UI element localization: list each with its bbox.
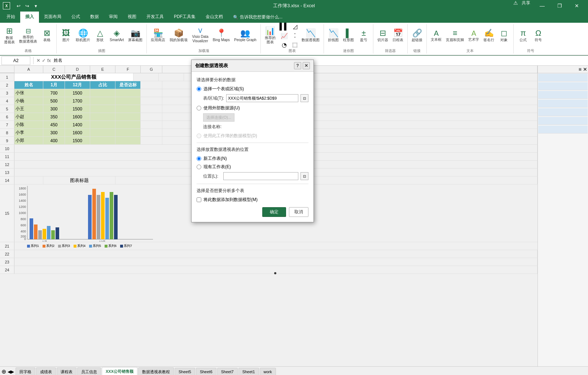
people-graph-button[interactable]: 👥 People Graph bbox=[232, 25, 258, 46]
bing-maps-button[interactable]: 📍 Bing Maps bbox=[211, 25, 232, 46]
tab-tianzige[interactable]: 田字格 bbox=[16, 367, 35, 375]
cell-d5[interactable]: 1500 bbox=[65, 105, 90, 113]
table-range-input[interactable] bbox=[226, 94, 298, 102]
cell-e3[interactable] bbox=[90, 89, 115, 97]
header-footer-button[interactable]: ≡ 页眉和页脚 bbox=[444, 25, 466, 46]
cell-d2[interactable]: 12月 bbox=[65, 81, 90, 89]
cell-d6[interactable]: 1600 bbox=[65, 113, 90, 121]
scroll-left-button[interactable]: ◀ bbox=[8, 369, 11, 374]
cell-f1[interactable] bbox=[159, 73, 184, 81]
cell-c7[interactable]: 450 bbox=[43, 121, 65, 128]
timeline-button[interactable]: 📅 日程表 bbox=[391, 25, 405, 46]
object-button[interactable]: ◻ 对象 bbox=[497, 25, 511, 46]
cell-d8[interactable]: 1600 bbox=[65, 129, 90, 136]
tab-sheet7[interactable]: Sheet7 bbox=[217, 368, 238, 375]
radio-existing-sheet[interactable] bbox=[197, 165, 201, 169]
picture-button[interactable]: 🖼 图片 bbox=[59, 25, 73, 46]
area-chart-button[interactable]: ◿ bbox=[291, 22, 299, 31]
cell-e4[interactable] bbox=[90, 97, 115, 105]
cell-c3[interactable]: 700 bbox=[43, 89, 65, 97]
symbol-button[interactable]: Ω 符号 bbox=[531, 25, 545, 46]
tab-wps[interactable]: 金山文档 bbox=[201, 12, 228, 23]
shape-button[interactable]: △ 形状 bbox=[93, 25, 107, 46]
signature-button[interactable]: ✍ 签名行 bbox=[482, 25, 496, 46]
cell-g6[interactable] bbox=[141, 113, 162, 121]
my-addins-button[interactable]: 📦 我的加载项 bbox=[168, 25, 189, 46]
col-header-e[interactable]: E bbox=[90, 66, 115, 73]
recommended-pivot-button[interactable]: ⊟ 推荐的数据透视表 bbox=[17, 25, 39, 46]
cell-e6[interactable] bbox=[90, 113, 115, 121]
undo-button[interactable]: ↩ bbox=[14, 2, 22, 10]
col-header-f[interactable]: F bbox=[115, 66, 141, 73]
tab-search[interactable]: 🔍 告诉我您想要做什么... bbox=[228, 12, 288, 23]
textbox-button[interactable]: A 文本框 bbox=[429, 25, 443, 46]
cell-g9[interactable] bbox=[141, 137, 162, 144]
add-to-model-checkbox[interactable] bbox=[197, 197, 201, 202]
confirm-formula-icon[interactable]: ✓ bbox=[42, 58, 46, 63]
cell-g7[interactable] bbox=[141, 121, 162, 128]
cell-g4[interactable] bbox=[141, 97, 162, 105]
cell-d9[interactable]: 1500 bbox=[65, 137, 90, 144]
cell-g8[interactable] bbox=[141, 129, 162, 136]
col-header-a[interactable]: A bbox=[14, 66, 43, 73]
redo-button[interactable]: ↪ bbox=[23, 2, 31, 10]
close-button[interactable]: ✕ bbox=[569, 0, 585, 12]
hyperlink-button[interactable]: 🔗 超链接 bbox=[410, 25, 424, 46]
cell-c9[interactable]: 400 bbox=[43, 137, 65, 144]
dialog-close-button[interactable]: ✕ bbox=[303, 62, 310, 69]
slicer-button[interactable]: ⊟ 切片器 bbox=[376, 25, 390, 46]
col-header-g[interactable]: G bbox=[141, 66, 162, 73]
cell-a9[interactable]: 小郑 bbox=[14, 137, 43, 144]
cell-e7[interactable] bbox=[90, 121, 115, 128]
tab-review[interactable]: 审阅 bbox=[104, 12, 123, 23]
customize-button[interactable]: ▾ bbox=[32, 2, 40, 10]
tab-sheet6[interactable]: Sheet6 bbox=[196, 368, 216, 375]
tab-sheet1[interactable]: Sheet1 bbox=[238, 368, 259, 375]
visio-button[interactable]: V Visio DataVisualizer bbox=[190, 25, 210, 46]
formula-button[interactable]: π 公式 bbox=[516, 25, 530, 46]
dialog-cancel-button[interactable]: 取消 bbox=[289, 207, 308, 217]
cell-c5[interactable]: 300 bbox=[43, 105, 65, 113]
store-button[interactable]: 🏪 应用商店 bbox=[149, 25, 167, 46]
tab-sheet5[interactable]: Sheet5 bbox=[175, 368, 195, 375]
cell-d7[interactable]: 1400 bbox=[65, 121, 90, 128]
cell-a8[interactable]: 小李 bbox=[14, 129, 43, 136]
cell-f7[interactable] bbox=[115, 121, 141, 128]
smartart-button[interactable]: ◈ SmartArt bbox=[108, 25, 126, 46]
cell-f6[interactable] bbox=[115, 113, 141, 121]
cell-e5[interactable] bbox=[90, 105, 115, 113]
cancel-formula-icon[interactable]: ✕ bbox=[36, 58, 40, 63]
cell-c8[interactable]: 300 bbox=[43, 129, 65, 136]
insert-function-icon[interactable]: fx bbox=[47, 58, 51, 63]
table-range-picker-button[interactable]: ⊡ bbox=[300, 94, 308, 102]
col-header-c[interactable]: C bbox=[43, 66, 65, 73]
cell-a5[interactable]: 小王 bbox=[14, 105, 43, 113]
tab-pdf[interactable]: PDF工具集 bbox=[169, 12, 201, 23]
tab-kecheng[interactable]: 课程表 bbox=[57, 367, 76, 375]
radio-select-range[interactable] bbox=[197, 87, 201, 91]
settings-icon[interactable]: ✕ bbox=[583, 66, 587, 72]
tab-yuangong[interactable]: 员工信息 bbox=[77, 367, 101, 375]
cell-a6[interactable]: 小赵 bbox=[14, 113, 43, 121]
cell-g2[interactable] bbox=[141, 81, 162, 89]
cell-a3[interactable]: 小张 bbox=[14, 89, 43, 97]
cell-e9[interactable] bbox=[90, 137, 115, 144]
screenshot-button[interactable]: 📷 屏幕截图 bbox=[126, 25, 144, 46]
filter-icon[interactable]: ≡ bbox=[579, 66, 582, 72]
line-chart-button[interactable]: 📈 bbox=[278, 32, 290, 40]
share-button[interactable]: 共享 bbox=[522, 0, 530, 12]
line-sparkline-button[interactable]: 📉 折线图 bbox=[326, 25, 341, 46]
col-header-d[interactable]: D bbox=[65, 66, 90, 73]
minimize-button[interactable]: — bbox=[534, 0, 550, 12]
tab-work[interactable]: work bbox=[260, 368, 276, 375]
tab-data[interactable]: 数据 bbox=[85, 12, 104, 23]
cell-e1[interactable] bbox=[133, 73, 159, 81]
tab-sales[interactable]: XXX公司销售额 bbox=[102, 367, 137, 375]
wordart-button[interactable]: A 艺术字 bbox=[466, 25, 481, 46]
bar-chart-button[interactable]: ▌▌ bbox=[278, 22, 290, 31]
online-picture-button[interactable]: 🌐 联机图片 bbox=[74, 25, 92, 46]
name-box[interactable] bbox=[1, 56, 30, 65]
tab-formula[interactable]: 公式 bbox=[66, 12, 85, 23]
tab-insert[interactable]: 插入 bbox=[20, 12, 39, 23]
cell-a2[interactable]: 姓名 bbox=[14, 81, 43, 89]
